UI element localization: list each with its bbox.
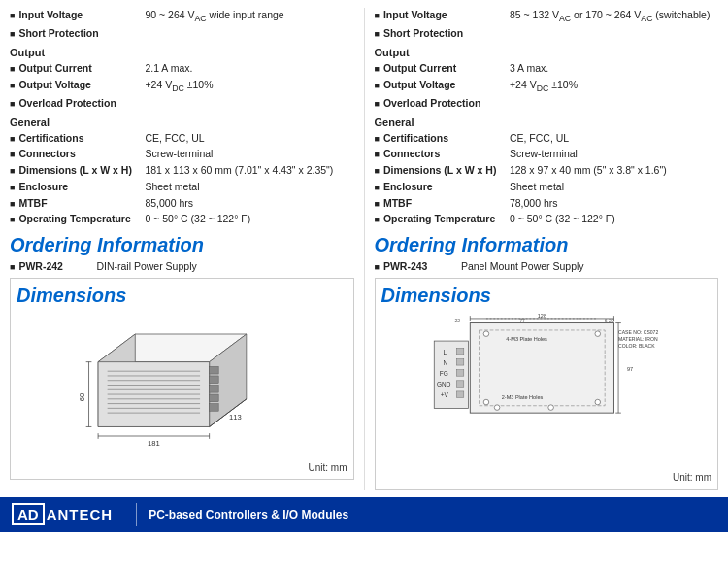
left-output-title: Output	[10, 47, 354, 58]
right-dimensions-value: 128 x 97 x 40 mm (5" x 3.8" x 1.6")	[510, 163, 667, 178]
right-dim-drawing: 4-M3 Plate Holes L N FG GND +V	[381, 313, 712, 468]
svg-point-36	[595, 399, 601, 405]
right-ordering-title: Ordering Information	[375, 234, 719, 256]
left-output-voltage-row: ■ Output Voltage +24 VDC ±10%	[10, 78, 354, 94]
right-connectors-value: Screw-terminal	[510, 147, 578, 161]
svg-text:4-M3 Plate Holes: 4-M3 Plate Holes	[506, 336, 547, 342]
right-mtbf-value: 78,000 hrs	[510, 196, 558, 211]
right-dimensions-label: Dimensions (L x W x H)	[383, 163, 510, 178]
svg-rect-44	[456, 358, 463, 364]
left-certifications-row: ■ Certifications CE, FCC, UL	[10, 131, 354, 146]
svg-text:+V: +V	[440, 391, 448, 398]
left-dim-drawing: 181 60 113	[17, 313, 347, 458]
svg-text:60: 60	[80, 393, 86, 401]
left-mtbf-row: ■ MTBF 85,000 hrs	[10, 196, 354, 211]
bullet: ■	[375, 165, 380, 178]
svg-text:CASE NO: CS072: CASE NO: CS072	[618, 329, 658, 335]
left-operating-temp-value: 0 ~ 50° C (32 ~ 122° F)	[145, 212, 250, 226]
svg-text:77: 77	[519, 318, 525, 323]
right-connectors-row: ■ Connectors Screw-terminal	[375, 147, 719, 161]
right-enclosure-row: ■ Enclosure Sheet metal	[375, 180, 719, 194]
left-output-voltage-value: +24 VDC ±10%	[145, 78, 213, 94]
left-connectors-label: Connectors	[18, 147, 145, 161]
right-mtbf-label: MTBF	[383, 196, 510, 211]
svg-point-35	[483, 399, 489, 405]
svg-text:2-M3 Plate Holes: 2-M3 Plate Holes	[501, 394, 543, 400]
left-output-current-label: Output Current	[18, 61, 145, 76]
left-dimensions-title: Dimensions	[17, 285, 347, 307]
left-input-section: ■ Input Voltage 90 ~ 264 VAC wide input …	[10, 8, 354, 41]
left-dimensions-row: ■ Dimensions (L x W x H) 181 x 113 x 60 …	[10, 163, 354, 178]
right-operating-temp-row: ■ Operating Temperature 0 ~ 50° C (32 ~ …	[375, 212, 719, 226]
left-ordering-row: ■ PWR-242 DIN-rail Power Supply	[10, 260, 354, 272]
left-output-voltage-label: Output Voltage	[18, 78, 145, 92]
bullet: ■	[375, 10, 380, 22]
left-ordering-section: Ordering Information ■ PWR-242 DIN-rail …	[10, 234, 354, 272]
right-dimensions-title: Dimensions	[381, 285, 712, 307]
bullet: ■	[375, 28, 380, 41]
right-output-current-row: ■ Output Current 3 A max.	[375, 61, 719, 76]
svg-text:128: 128	[537, 313, 546, 319]
right-short-protection-label: Short Protection	[383, 26, 510, 41]
right-dimensions-box: Dimensions 4-M3 Plate Holes	[375, 278, 719, 490]
bullet: ■	[375, 98, 380, 111]
bullet: ■	[375, 80, 380, 92]
svg-text:113: 113	[229, 413, 242, 422]
left-dimensions-box: Dimensions	[10, 278, 354, 480]
right-overload-protection-row: ■ Overload Protection	[375, 96, 719, 111]
left-certifications-label: Certifications	[18, 131, 145, 146]
main-content: ■ Input Voltage 90 ~ 264 VAC wide input …	[0, 0, 728, 493]
right-overload-protection-label: Overload Protection	[383, 96, 510, 111]
right-output-section: Output ■ Output Current 3 A max. ■ Outpu…	[375, 47, 719, 111]
svg-text:97: 97	[627, 366, 633, 372]
left-short-protection-label: Short Protection	[18, 26, 145, 41]
left-short-protection-row: ■ Short Protection	[10, 26, 354, 41]
bullet: ■	[10, 262, 15, 272]
left-input-voltage-value: 90 ~ 264 VAC wide input range	[145, 8, 283, 24]
svg-text:L: L	[443, 349, 447, 355]
left-dimensions-svg: 181 60 113	[80, 315, 283, 456]
right-input-voltage-row: ■ Input Voltage 85 ~ 132 VAC or 170 ~ 26…	[375, 8, 719, 24]
brand-logo: AD ANTECH	[12, 503, 113, 525]
left-certifications-value: CE, FCC, UL	[145, 131, 204, 146]
right-enclosure-value: Sheet metal	[510, 180, 564, 194]
right-input-section: ■ Input Voltage 85 ~ 132 VAC or 170 ~ 26…	[375, 8, 719, 41]
bullet: ■	[375, 262, 380, 272]
bullet: ■	[10, 28, 15, 41]
footer-divider	[136, 503, 137, 526]
right-ordering-row: ■ PWR-243 Panel Mount Power Supply	[375, 260, 719, 272]
svg-point-33	[483, 331, 489, 337]
bullet: ■	[10, 98, 15, 111]
footer: AD ANTECH PC-based Controllers & I/O Mod…	[0, 497, 728, 532]
svg-rect-16	[210, 376, 219, 384]
right-output-current-label: Output Current	[383, 61, 510, 76]
left-general-title: General	[10, 117, 354, 128]
right-operating-temp-value: 0 ~ 50° C (32 ~ 122° F)	[510, 212, 615, 226]
svg-text:N: N	[443, 359, 447, 366]
right-input-voltage-value: 85 ~ 132 VAC or 170 ~ 264 VAC (switchabl…	[510, 8, 710, 24]
svg-rect-46	[456, 381, 463, 387]
bullet: ■	[10, 10, 15, 22]
svg-text:FG: FG	[440, 370, 448, 377]
right-dimensions-svg: 4-M3 Plate Holes L N FG GND +V	[425, 313, 668, 468]
left-mtbf-value: 85,000 hrs	[145, 196, 193, 211]
left-dimensions-value: 181 x 113 x 60 mm (7.01" x 4.43" x 2.35"…	[145, 163, 333, 178]
left-ordering-model: PWR-242	[18, 260, 96, 272]
left-ordering-description: DIN-rail Power Supply	[96, 260, 196, 272]
right-connectors-label: Connectors	[383, 147, 510, 161]
right-ordering-section: Ordering Information ■ PWR-243 Panel Mou…	[375, 234, 719, 272]
right-unit-label: Unit: mm	[381, 472, 712, 483]
svg-rect-19	[210, 404, 219, 412]
left-mtbf-label: MTBF	[18, 196, 145, 211]
left-connectors-row: ■ Connectors Screw-terminal	[10, 147, 354, 161]
right-certifications-value: CE, FCC, UL	[510, 131, 569, 146]
left-input-voltage-row: ■ Input Voltage 90 ~ 264 VAC wide input …	[10, 8, 354, 24]
svg-text:22: 22	[454, 318, 460, 323]
bullet: ■	[10, 182, 15, 194]
svg-rect-18	[210, 394, 219, 402]
bullet: ■	[10, 214, 15, 226]
right-enclosure-label: Enclosure	[383, 180, 510, 194]
bullet: ■	[375, 198, 380, 211]
svg-text:181: 181	[148, 439, 160, 448]
right-output-voltage-row: ■ Output Voltage +24 VDC ±10%	[375, 78, 719, 94]
